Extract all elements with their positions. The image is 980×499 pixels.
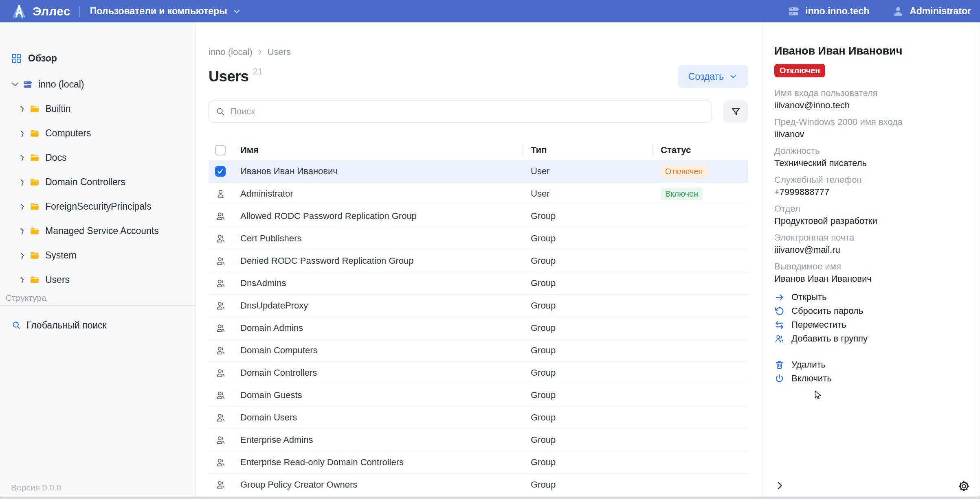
topbar-divider bbox=[79, 6, 80, 17]
table-row[interactable]: Иванов Иван Иванович User Отключен bbox=[209, 160, 748, 183]
group-icon bbox=[215, 457, 226, 468]
arrow-right-icon bbox=[774, 292, 784, 302]
sidebar-divider bbox=[0, 305, 195, 306]
action-item[interactable]: Включить bbox=[774, 372, 965, 385]
power-icon bbox=[774, 374, 784, 384]
table-row[interactable]: Domain Computers Group bbox=[209, 339, 748, 362]
user-menu[interactable]: Administrator bbox=[892, 5, 971, 18]
chevron-right-icon[interactable] bbox=[18, 227, 26, 234]
item-count-badge: 21 bbox=[253, 66, 263, 77]
tree-folder-label: Managed Service Accounts bbox=[45, 225, 159, 236]
table-row[interactable]: Group Policy Creator Owners Group bbox=[209, 474, 748, 496]
action-item[interactable]: Удалить bbox=[774, 358, 965, 372]
table-row[interactable]: Allowed RODC Password Replication Group … bbox=[209, 205, 748, 228]
search-input[interactable] bbox=[230, 106, 705, 117]
chevron-right-icon[interactable] bbox=[18, 252, 26, 259]
column-header-type[interactable]: Тип bbox=[523, 145, 653, 155]
filter-button[interactable] bbox=[723, 101, 748, 123]
breadcrumb: inno (local) Users bbox=[209, 47, 748, 57]
column-header-status[interactable]: Статус bbox=[653, 145, 748, 155]
select-all-checkbox[interactable] bbox=[215, 145, 226, 155]
row-name: Administrator bbox=[240, 188, 293, 199]
tree-folder-item[interactable]: Domain Controllers bbox=[0, 170, 195, 194]
field-label: Должность bbox=[774, 145, 965, 157]
row-type: Group bbox=[531, 390, 556, 400]
row-name: Group Policy Creator Owners bbox=[240, 479, 357, 490]
collapse-panel-button[interactable] bbox=[774, 480, 785, 491]
tree-folder-label: Computers bbox=[45, 128, 91, 139]
group-icon bbox=[215, 278, 226, 289]
chevron-down-icon[interactable] bbox=[11, 80, 19, 88]
folder-icon bbox=[29, 152, 40, 163]
breadcrumb-current[interactable]: Users bbox=[268, 47, 291, 57]
chevron-right-icon[interactable] bbox=[18, 105, 26, 112]
global-search-label: Глобальный поиск bbox=[26, 320, 107, 331]
group-icon bbox=[215, 390, 226, 401]
row-type: Group bbox=[531, 256, 556, 266]
action-label: Добавить в группу bbox=[791, 333, 868, 344]
field-value: Технический писатель bbox=[774, 158, 965, 169]
sidebar-item-overview[interactable]: Обзор bbox=[11, 49, 195, 67]
search-icon bbox=[11, 320, 21, 330]
action-label: Удалить bbox=[791, 359, 826, 370]
tree-folder-item[interactable]: Docs bbox=[0, 145, 195, 170]
search-icon bbox=[215, 107, 225, 116]
row-name: Domain Users bbox=[240, 412, 297, 423]
table-row[interactable]: Enterprise Admins Group bbox=[209, 429, 748, 451]
table-row[interactable]: Enterprise Read-only Domain Controllers … bbox=[209, 451, 748, 474]
row-type: Group bbox=[531, 300, 556, 311]
detail-field: Должность Технический писатель bbox=[774, 145, 965, 169]
tree-folder-item[interactable]: Managed Service Accounts bbox=[0, 219, 195, 243]
tree-folder-item[interactable]: ForeignSecurityPrincipals bbox=[0, 194, 195, 219]
person-icon bbox=[215, 188, 226, 199]
table-row[interactable]: Administrator User Включен bbox=[209, 183, 748, 205]
chevron-right-icon[interactable] bbox=[18, 276, 26, 283]
folder-icon bbox=[29, 103, 40, 114]
table-row[interactable]: Domain Guests Group bbox=[209, 384, 748, 407]
grid-icon bbox=[11, 53, 22, 64]
action-item[interactable]: Переместить bbox=[774, 318, 965, 332]
detail-panel: Иванов Иван Иванович Отключен Имя входа … bbox=[762, 22, 980, 499]
chevron-right-icon[interactable] bbox=[18, 154, 26, 161]
column-header-name[interactable]: Имя bbox=[236, 145, 523, 155]
row-type: Group bbox=[531, 479, 556, 490]
scrollbar-track[interactable] bbox=[977, 22, 980, 497]
add-to-group-icon bbox=[774, 334, 784, 344]
group-icon bbox=[215, 345, 226, 356]
row-type: Group bbox=[531, 457, 556, 467]
row-checkbox-checked[interactable] bbox=[215, 166, 226, 177]
detail-danger-actions: Удалить Включить bbox=[774, 358, 965, 385]
chevron-right-icon[interactable] bbox=[18, 178, 26, 186]
tree-root-inno-local[interactable]: inno (local) bbox=[11, 75, 195, 93]
main-content: inno (local) Users Users 21 Создать bbox=[196, 22, 762, 499]
folder-icon bbox=[29, 177, 40, 187]
tree-folder-item[interactable]: Builtin bbox=[0, 96, 195, 121]
row-name: Иванов Иван Иванович bbox=[240, 166, 338, 177]
tree-folder-item[interactable]: Users bbox=[0, 267, 195, 292]
tree-folder-item[interactable]: System bbox=[0, 243, 195, 267]
table-row[interactable]: Cert Publishers Group bbox=[209, 228, 748, 250]
table-row[interactable]: Domain Admins Group bbox=[209, 317, 748, 339]
table-row[interactable]: Denied RODC Password Replication Group G… bbox=[209, 250, 748, 272]
module-dropdown[interactable]: Пользователи и компьютеры bbox=[90, 6, 241, 17]
sidebar-item-global-search[interactable]: Глобальный поиск bbox=[0, 315, 195, 335]
filter-icon bbox=[730, 106, 741, 117]
gear-icon[interactable] bbox=[958, 480, 970, 492]
action-item[interactable]: Сбросить пароль bbox=[774, 304, 965, 318]
create-button[interactable]: Создать bbox=[678, 65, 748, 88]
table-row[interactable]: Domain Users Group bbox=[209, 407, 748, 429]
tree-folder-item[interactable]: Computers bbox=[0, 121, 195, 145]
domain-selector[interactable]: inno.inno.tech bbox=[788, 5, 869, 18]
row-name: Denied RODC Password Replication Group bbox=[240, 256, 414, 266]
detail-field: Выводимое имя Иванов Иван Иванович bbox=[774, 261, 965, 285]
app-logo[interactable]: Эллес bbox=[11, 3, 70, 20]
table-row[interactable]: DnsAdmins Group bbox=[209, 272, 748, 295]
chevron-right-icon[interactable] bbox=[18, 129, 26, 137]
table-row[interactable]: DnsUpdateProxy Group bbox=[209, 295, 748, 317]
action-item[interactable]: Открыть bbox=[774, 290, 965, 304]
breadcrumb-root[interactable]: inno (local) bbox=[209, 47, 253, 57]
table-row[interactable]: Domain Controllers Group bbox=[209, 362, 748, 384]
row-name: Domain Guests bbox=[240, 390, 302, 401]
chevron-right-icon[interactable] bbox=[18, 203, 26, 210]
action-item[interactable]: Добавить в группу bbox=[774, 332, 965, 346]
